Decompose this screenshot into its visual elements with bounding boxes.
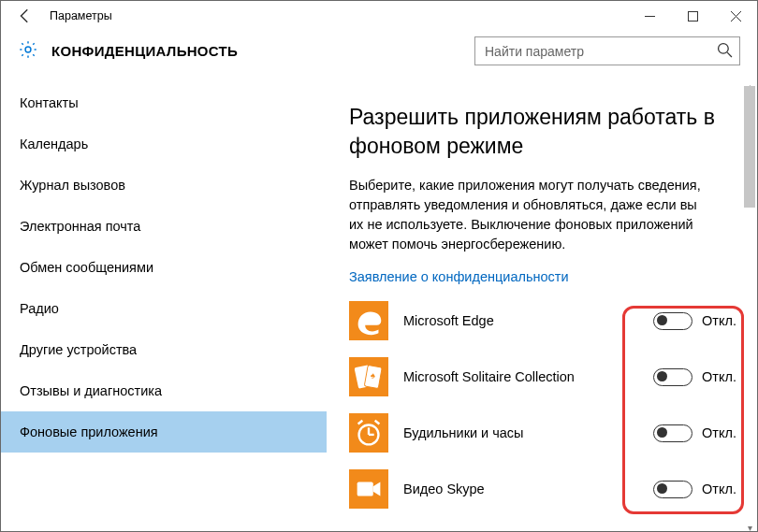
alarm-icon bbox=[349, 413, 388, 453]
svg-line-14 bbox=[375, 421, 380, 424]
svg-rect-15 bbox=[357, 482, 373, 496]
app-name: Microsoft Edge bbox=[403, 313, 653, 328]
toggle-state: Откл. bbox=[702, 369, 736, 384]
app-name: Будильники и часы bbox=[403, 425, 653, 440]
gear-icon bbox=[18, 39, 38, 64]
main-description: Выберите, какие приложения могут получат… bbox=[349, 176, 705, 254]
toggle-switch[interactable] bbox=[653, 312, 692, 330]
svg-rect-1 bbox=[688, 11, 697, 21]
svg-point-4 bbox=[25, 47, 31, 52]
titlebar: Параметры bbox=[1, 1, 757, 31]
sidebar-item-6[interactable]: Другие устройства bbox=[1, 329, 327, 370]
main-heading: Разрешить приложениям работать в фоновом… bbox=[349, 103, 742, 161]
scroll-down-icon[interactable]: ▾ bbox=[744, 522, 755, 531]
page-title: КОНФИДЕНЦИАЛЬНОСТЬ bbox=[51, 43, 238, 59]
privacy-link[interactable]: Заявление о конфиденциальности bbox=[349, 269, 742, 284]
window-title: Параметры bbox=[50, 9, 112, 22]
solitaire-icon: ♠ bbox=[349, 357, 388, 396]
sidebar: КонтактыКалендарьЖурнал вызововЭлектронн… bbox=[1, 82, 327, 531]
toggle-state: Откл. bbox=[702, 313, 736, 328]
close-button[interactable] bbox=[714, 1, 757, 31]
settings-window: Параметры КОНФИДЕНЦИАЛЬНОСТЬ bbox=[0, 0, 758, 532]
edge-icon bbox=[349, 301, 388, 340]
scrollbar[interactable]: ▴ ▾ bbox=[744, 82, 755, 531]
app-row-0: Microsoft EdgeОткл. bbox=[349, 301, 742, 340]
svg-point-5 bbox=[719, 44, 729, 54]
toggle-switch[interactable] bbox=[653, 424, 692, 442]
svg-line-6 bbox=[727, 52, 732, 57]
minimize-button[interactable] bbox=[628, 1, 671, 31]
sidebar-item-5[interactable]: Радио bbox=[1, 288, 327, 329]
sidebar-item-0[interactable]: Контакты bbox=[1, 82, 327, 123]
app-name: Microsoft Solitaire Collection bbox=[403, 369, 653, 384]
video-icon bbox=[349, 469, 388, 509]
maximize-button[interactable] bbox=[671, 1, 714, 31]
search-input[interactable] bbox=[474, 36, 740, 65]
search-icon bbox=[717, 42, 733, 62]
sidebar-item-3[interactable]: Электронная почта bbox=[1, 206, 327, 247]
sidebar-item-7[interactable]: Отзывы и диагностика bbox=[1, 370, 327, 411]
app-row-1: ♠Microsoft Solitaire CollectionОткл. bbox=[349, 357, 742, 396]
toggle-switch[interactable] bbox=[653, 368, 692, 386]
app-name: Видео Skype bbox=[403, 482, 653, 496]
sidebar-item-1[interactable]: Календарь bbox=[1, 123, 327, 165]
toggle-state: Откл. bbox=[702, 482, 736, 496]
app-row-3: Видео SkypeОткл. bbox=[349, 469, 742, 509]
main-content: Разрешить приложениям работать в фоновом… bbox=[349, 82, 742, 531]
toggle-state: Откл. bbox=[702, 425, 736, 440]
sidebar-item-2[interactable]: Журнал вызовов bbox=[1, 165, 327, 206]
app-row-2: Будильники и часыОткл. bbox=[349, 413, 742, 453]
svg-line-13 bbox=[358, 421, 363, 424]
toggle-switch[interactable] bbox=[653, 481, 692, 498]
back-button[interactable] bbox=[12, 3, 38, 29]
scrollbar-thumb[interactable] bbox=[744, 86, 755, 208]
sidebar-item-4[interactable]: Обмен сообщениями bbox=[1, 247, 327, 288]
header: КОНФИДЕНЦИАЛЬНОСТЬ bbox=[1, 31, 757, 82]
sidebar-item-8[interactable]: Фоновые приложения bbox=[1, 411, 327, 453]
